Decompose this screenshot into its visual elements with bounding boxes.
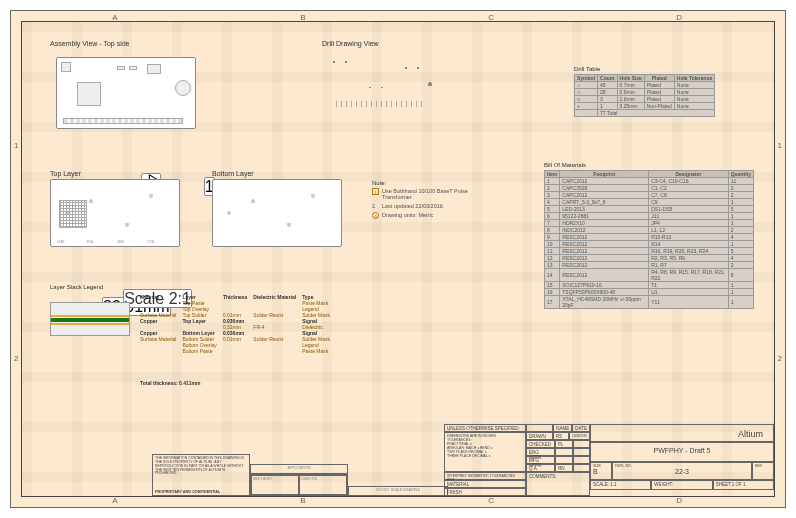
td: 77 Total xyxy=(598,110,715,117)
td: 1 xyxy=(728,220,753,227)
bom: Bill Of Materials ItemFootprintDesignato… xyxy=(544,162,754,309)
zone-row-2-r: 2 xyxy=(778,354,782,363)
drawing-title: PWFPHY - Draft 5 xyxy=(590,442,774,462)
td: 11 xyxy=(728,178,753,185)
part xyxy=(117,66,125,70)
td: 2 xyxy=(728,185,753,192)
assembly-pcb xyxy=(56,57,196,129)
proprietary-body: THE INFORMATION CONTAINED IN THIS DRAWIN… xyxy=(155,457,247,476)
sig: 100 xyxy=(117,239,124,244)
stack-title: Layer Stack Legend xyxy=(50,284,410,290)
drawn-name: RS xyxy=(553,432,569,440)
mfgappr: MFG APPR. xyxy=(526,456,555,464)
td: L1, L2 xyxy=(649,227,729,234)
part xyxy=(147,64,161,74)
td: TSQFP50P900X900-48 xyxy=(560,289,649,296)
zone-col-a-b: A xyxy=(112,496,117,505)
td: R16, R19, R20, R23, R24 xyxy=(649,248,729,255)
engappr: ENG APPR. xyxy=(526,448,555,456)
td: 1 xyxy=(728,213,753,220)
zone-col-c: C xyxy=(488,13,494,22)
td xyxy=(140,348,182,354)
proprietary-block: THE INFORMATION CONTAINED IN THIS DRAWIN… xyxy=(152,454,250,496)
part xyxy=(129,66,137,70)
td: CAPC2012 xyxy=(560,192,649,199)
td: 3 xyxy=(598,96,617,103)
td: R4, R8, R9, R15, R17, R18, R21, R22 xyxy=(649,269,729,282)
th: Dielectric Material xyxy=(253,294,302,300)
qfp xyxy=(59,200,87,228)
td: ○ xyxy=(575,82,598,89)
h-date: DATE xyxy=(572,424,590,432)
stack-total: Total thickness: 0.411mm xyxy=(140,380,201,386)
td xyxy=(575,110,598,117)
th: Designator xyxy=(649,171,729,178)
td: 8 xyxy=(728,269,753,282)
zone-col-d: D xyxy=(676,13,682,22)
part xyxy=(61,62,71,72)
notes-title: Note: xyxy=(372,180,492,186)
th: Plated xyxy=(644,75,674,82)
td: 15 xyxy=(545,282,560,289)
td: R1, R7 xyxy=(649,262,729,269)
note-marker: 1 xyxy=(372,188,379,195)
top-layer-view: Top Layer LNK FUL 100 COL xyxy=(50,170,190,247)
bottom-title: Bottom Layer xyxy=(212,170,352,177)
td: CAPC3528 xyxy=(560,185,649,192)
scale: SCALE: 1:1 xyxy=(590,480,651,490)
td: None xyxy=(674,103,714,110)
td: Paste Mask xyxy=(302,348,336,354)
rev-label: REV xyxy=(755,464,771,468)
td: ◇ xyxy=(575,89,598,96)
td: 28 xyxy=(598,89,617,96)
checked-name: PL xyxy=(555,440,573,448)
td: XTAL_HC49SMD 20MHz +/-50ppm 20pF xyxy=(560,296,649,309)
drill-table: Drill Table Symbol Count Hole Size Plate… xyxy=(574,66,754,117)
drill-pcb xyxy=(322,49,442,113)
td: 4 xyxy=(728,255,753,262)
th: Hole Tolerance xyxy=(674,75,714,82)
note-text: Last updated 22/03/2016 xyxy=(382,203,443,209)
checked: CHECKED xyxy=(526,440,555,448)
drawn-date: 22/03/2016 xyxy=(569,432,590,440)
zone-col-c-b: C xyxy=(488,496,494,505)
sheet: SHEET 1 OF 1 xyxy=(713,480,774,490)
drill-title: Drill Drawing View xyxy=(322,40,462,47)
td: 6 xyxy=(545,213,560,220)
note-item: 3Drawing units: Metric xyxy=(372,212,492,218)
td: 1 xyxy=(728,199,753,206)
td: None xyxy=(674,96,714,103)
drill-table-table: Symbol Count Hole Size Plated Hole Toler… xyxy=(574,74,715,117)
td: 16 xyxy=(545,289,560,296)
td: 10 xyxy=(545,241,560,248)
td: RESC2012 xyxy=(560,269,649,282)
zone-row-2: 2 xyxy=(14,354,18,363)
td: None xyxy=(674,89,714,96)
drawn: DRAWN xyxy=(526,432,553,440)
td: 1 xyxy=(728,282,753,289)
proprietary-heading: PROPRIETARY AND CONFIDENTIAL xyxy=(155,490,220,494)
td: 2 xyxy=(728,192,753,199)
td: LED-2013 xyxy=(560,206,649,213)
stack-swatch xyxy=(50,302,130,336)
td: 17 xyxy=(545,296,560,309)
td: C3-C4, C10-C16 xyxy=(649,178,729,185)
drill-dots xyxy=(322,49,442,113)
td: Surface Material xyxy=(140,336,182,342)
finish: FINISH xyxy=(444,488,526,496)
zone-col-b-b: B xyxy=(300,496,305,505)
td: 13 xyxy=(545,262,560,269)
bottom-layer-view: Bottom Layer xyxy=(212,170,352,247)
td: 5 xyxy=(728,248,753,255)
th: Count xyxy=(598,75,617,82)
assembly-title: Assembly View - Top side xyxy=(50,40,230,47)
td: C1, C2 xyxy=(649,185,729,192)
drill-table-title: Drill Table xyxy=(574,66,754,72)
top-pcb: LNK FUL 100 COL xyxy=(50,179,180,247)
td: □ xyxy=(575,96,598,103)
td: 95122-2881 xyxy=(560,213,649,220)
sig: LNK xyxy=(57,239,65,244)
th: Symbol xyxy=(575,75,598,82)
th: Footprint xyxy=(560,171,649,178)
stack-table: MaterialLayerThicknessDielectric Materia… xyxy=(140,294,336,354)
